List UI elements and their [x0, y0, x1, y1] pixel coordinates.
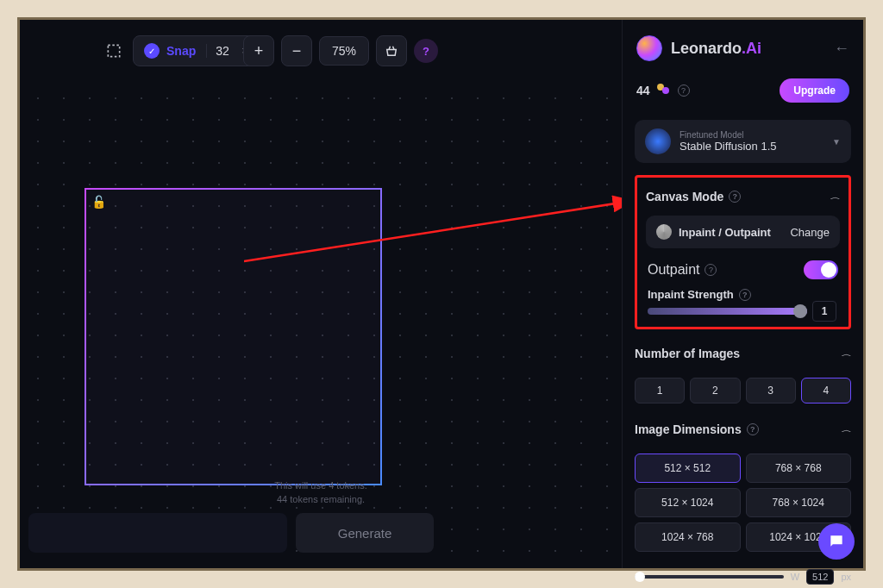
prompt-input[interactable]: [28, 513, 287, 553]
outpaint-toggle[interactable]: [804, 260, 838, 279]
chat-button[interactable]: [818, 523, 855, 560]
snap-label: Snap: [166, 44, 196, 58]
num-images-2[interactable]: 2: [690, 378, 740, 403]
canvas-area[interactable]: ✓ Snap 32 ▲ ▼ + − 75% ? 🔓: [20, 20, 622, 568]
inpaint-strength-slider[interactable]: [648, 308, 807, 315]
collapse-icon[interactable]: ︿: [842, 426, 851, 434]
model-badge: Finetuned Model: [679, 130, 777, 140]
collapse-icon[interactable]: ︿: [842, 350, 851, 358]
num-images-group: 1234: [635, 378, 851, 403]
dim-option[interactable]: 512 × 512: [635, 454, 741, 483]
image-dimensions-title: Image Dimensions: [635, 422, 742, 436]
slider-handle[interactable]: [793, 304, 807, 318]
info-icon[interactable]: ?: [678, 84, 690, 97]
model-selector[interactable]: Finetuned Model Stable Diffusion 1.5 ▼: [635, 120, 851, 163]
check-icon: ✓: [144, 43, 160, 59]
info-icon[interactable]: ?: [729, 191, 741, 203]
inpaint-strength-label: Inpaint Strength: [648, 288, 734, 301]
mode-label: Inpaint / Outpaint: [679, 226, 771, 239]
brand-title: Leonardo.Ai: [671, 40, 761, 58]
dim-option[interactable]: 512 × 1024: [635, 488, 741, 517]
chevron-down-icon: ▼: [832, 137, 841, 147]
canvas-mode-section: Canvas Mode ? ︿ Inpaint / Outpaint Chang…: [635, 175, 851, 329]
coins-icon: [657, 84, 671, 97]
svg-rect-0: [108, 45, 119, 56]
palette-icon: [656, 224, 672, 240]
snap-value: 32: [206, 44, 229, 58]
info-icon[interactable]: ?: [747, 423, 759, 435]
info-icon[interactable]: ?: [739, 289, 751, 301]
width-unit: px: [841, 572, 851, 582]
width-value[interactable]: 512: [806, 569, 834, 585]
width-slider[interactable]: [635, 575, 784, 579]
model-thumb-icon: [645, 128, 671, 154]
selection-mode-icon[interactable]: [102, 39, 126, 63]
width-label: W: [791, 572, 799, 582]
settings-sidebar: Leonardo.Ai ← 44 ? Upgrade Finetuned Mod…: [622, 20, 863, 568]
dim-option[interactable]: 768 × 768: [746, 454, 852, 483]
exit-icon[interactable]: ←: [834, 40, 849, 58]
generate-button[interactable]: Generate: [296, 513, 434, 553]
help-button[interactable]: ?: [414, 39, 438, 63]
upgrade-button[interactable]: Upgrade: [780, 78, 849, 103]
snap-toggle[interactable]: ✓ Snap 32 ▲ ▼: [133, 35, 260, 66]
inpaint-strength-value: 1: [812, 301, 836, 322]
num-images-title: Number of Images: [635, 347, 740, 360]
zoom-level[interactable]: 75%: [319, 36, 369, 66]
canvas-mode-title: Canvas Mode: [646, 190, 723, 203]
canvas-mode-card: Inpaint / Outpaint Change: [646, 216, 840, 248]
dim-option[interactable]: 768 × 1024: [746, 488, 852, 517]
num-images-1[interactable]: 1: [635, 378, 685, 403]
lock-icon[interactable]: 🔓: [91, 195, 106, 209]
num-images-3[interactable]: 3: [746, 378, 796, 403]
brand-logo-icon: [636, 35, 662, 61]
model-name: Stable Diffusion 1.5: [679, 140, 777, 153]
outpaint-label: Outpaint: [648, 262, 699, 278]
info-icon[interactable]: ?: [705, 264, 717, 276]
basket-button[interactable]: [376, 35, 407, 66]
num-images-4[interactable]: 4: [801, 378, 851, 403]
zoom-in-button[interactable]: +: [243, 35, 274, 66]
canvas-frame[interactable]: 🔓: [85, 188, 382, 485]
change-mode-button[interactable]: Change: [790, 226, 830, 239]
zoom-out-button[interactable]: −: [281, 35, 312, 66]
token-count: 44: [636, 84, 650, 97]
token-note: This will use 4 tokens. 44 tokens remain…: [20, 479, 622, 506]
dim-option[interactable]: 1024 × 768: [635, 522, 741, 552]
collapse-icon[interactable]: ︿: [830, 193, 840, 201]
